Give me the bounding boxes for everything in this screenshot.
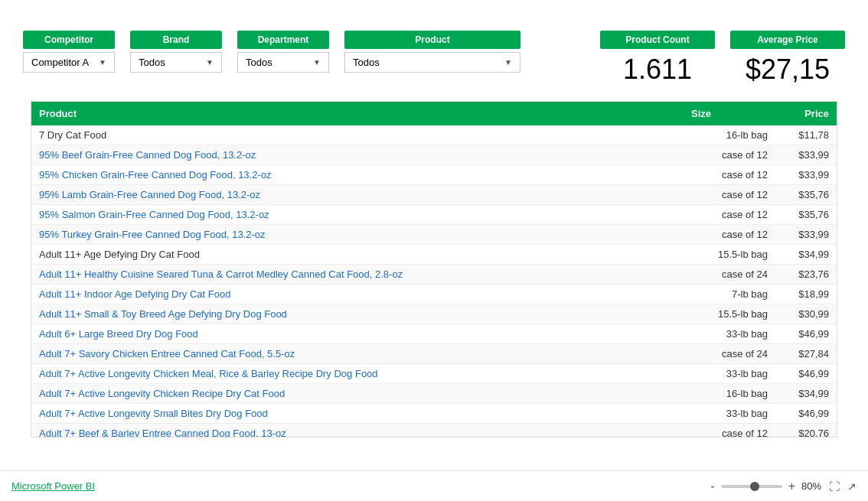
table-cell-product: Adult 7+ Active Longevity Small Bites Dr… <box>31 404 684 424</box>
filter-competitor: Competitor Competitor A ▼ <box>23 31 115 73</box>
table-row: 95% Beef Grain-Free Canned Dog Food, 13.… <box>31 145 837 165</box>
department-label: Department <box>237 31 329 49</box>
table-row: 95% Chicken Grain-Free Canned Dog Food, … <box>31 165 837 185</box>
table-row: Adult 11+ Age Defying Dry Cat Food15.5-l… <box>31 245 837 265</box>
brand-value: Todos <box>139 57 165 68</box>
table-cell-price: $11,78 <box>775 125 837 145</box>
table-cell-product: 7 Dry Cat Food <box>31 125 684 145</box>
table-cell-size: 16-lb bag <box>684 384 775 404</box>
table-cell-price: $20,76 <box>775 424 837 438</box>
table-row: Adult 11+ Indoor Age Defying Dry Cat Foo… <box>31 285 837 304</box>
table-header-row: Product Size Price <box>31 102 837 125</box>
col-header-product: Product <box>31 102 684 125</box>
table-cell-size: case of 12 <box>684 145 775 165</box>
table-cell-price: $27,84 <box>775 344 837 364</box>
table-cell-size: 33-lb bag <box>684 324 775 344</box>
metrics-section: Product Count 1.611 Average Price $27,15 <box>600 31 845 86</box>
table-cell-product: 95% Salmon Grain-Free Canned Dog Food, 1… <box>31 205 684 225</box>
product-select[interactable]: Todos ▼ <box>344 52 520 73</box>
main-content: Competitor Competitor A ▼ Brand Todos ▼ … <box>0 0 868 453</box>
filters-section: Competitor Competitor A ▼ Brand Todos ▼ … <box>23 31 520 73</box>
table-row: 95% Salmon Grain-Free Canned Dog Food, 1… <box>31 205 837 225</box>
fullscreen-icon[interactable]: ⛶ <box>829 480 840 493</box>
table-cell-product: Adult 11+ Small & Toy Breed Age Defying … <box>31 304 684 324</box>
table-row: 95% Lamb Grain-Free Canned Dog Food, 13.… <box>31 185 837 205</box>
powerbi-link[interactable]: Microsoft Power BI <box>11 480 95 492</box>
table-cell-price: $33,99 <box>775 165 837 185</box>
table-cell-price: $46,99 <box>775 364 837 384</box>
zoom-minus-button[interactable]: - <box>708 480 716 493</box>
expand-icon[interactable]: ↗ <box>847 480 857 493</box>
competitor-chevron-icon: ▼ <box>99 58 106 67</box>
competitor-select[interactable]: Competitor A ▼ <box>23 52 115 73</box>
table-row: Adult 7+ Active Longevity Small Bites Dr… <box>31 404 837 424</box>
table-cell-size: 15.5-lb bag <box>684 304 775 324</box>
table-cell-size: case of 24 <box>684 265 775 285</box>
zoom-slider-thumb <box>750 482 759 491</box>
brand-chevron-icon: ▼ <box>206 58 214 67</box>
table-row: Adult 6+ Large Breed Dry Dog Food33-lb b… <box>31 324 837 344</box>
table-cell-price: $23,76 <box>775 265 837 285</box>
table-cell-size: case of 12 <box>684 424 775 438</box>
table-row: Adult 7+ Savory Chicken Entree Canned Ca… <box>31 344 837 364</box>
table-body: 7 Dry Cat Food16-lb bag$11,7895% Beef Gr… <box>31 125 837 438</box>
bottom-right: - + 80% ⛶ ↗ <box>708 480 857 493</box>
average-price-label: Average Price <box>730 31 845 49</box>
table-cell-price: $34,99 <box>775 245 837 265</box>
table-row: Adult 7+ Active Longevity Chicken Recipe… <box>31 384 837 404</box>
table-row: 7 Dry Cat Food16-lb bag$11,78 <box>31 125 837 145</box>
table-cell-price: $35,76 <box>775 185 837 205</box>
zoom-control: - + 80% <box>708 480 821 493</box>
table-row: Adult 11+ Small & Toy Breed Age Defying … <box>31 304 837 324</box>
table-cell-size: 7-lb bag <box>684 285 775 304</box>
table-cell-product: Adult 7+ Active Longevity Chicken Meal, … <box>31 364 684 384</box>
competitor-label: Competitor <box>23 31 115 49</box>
table-cell-size: case of 12 <box>684 205 775 225</box>
table-cell-size: 15.5-lb bag <box>684 245 775 265</box>
table-cell-size: 33-lb bag <box>684 404 775 424</box>
zoom-slider[interactable] <box>721 485 782 488</box>
product-value: Todos <box>353 57 380 68</box>
table-cell-product: Adult 11+ Healthy Cuisine Seared Tuna & … <box>31 265 684 285</box>
col-header-price: Price <box>775 102 837 125</box>
product-count-value: 1.611 <box>623 54 692 86</box>
product-table: Product Size Price 7 Dry Cat Food16-lb b… <box>31 102 837 438</box>
table-cell-product: Adult 11+ Indoor Age Defying Dry Cat Foo… <box>31 285 684 304</box>
table-row: 95% Turkey Grain-Free Canned Dog Food, 1… <box>31 225 837 245</box>
brand-select[interactable]: Todos ▼ <box>130 52 222 73</box>
product-table-container[interactable]: Product Size Price 7 Dry Cat Food16-lb b… <box>31 101 837 438</box>
table-cell-price: $35,76 <box>775 205 837 225</box>
table-cell-product: 95% Turkey Grain-Free Canned Dog Food, 1… <box>31 225 684 245</box>
table-cell-product: Adult 7+ Beef & Barley Entree Canned Dog… <box>31 424 684 438</box>
bottom-bar: Microsoft Power BI - + 80% ⛶ ↗ <box>0 470 868 501</box>
table-row: Adult 7+ Active Longevity Chicken Meal, … <box>31 364 837 384</box>
table-cell-price: $34,99 <box>775 384 837 404</box>
table-row: Adult 11+ Healthy Cuisine Seared Tuna & … <box>31 265 837 285</box>
kpi-average-price: Average Price $27,15 <box>730 31 845 86</box>
table-cell-price: $30,99 <box>775 304 837 324</box>
filter-product: Product Todos ▼ <box>344 31 520 73</box>
competitor-value: Competitor A <box>31 57 89 68</box>
table-cell-price: $33,99 <box>775 225 837 245</box>
department-value: Todos <box>246 57 272 68</box>
filter-department: Department Todos ▼ <box>237 31 329 73</box>
table-cell-size: case of 12 <box>684 225 775 245</box>
average-price-value: $27,15 <box>746 54 830 86</box>
table-cell-price: $46,99 <box>775 324 837 344</box>
product-chevron-icon: ▼ <box>504 58 512 67</box>
table-cell-price: $18,99 <box>775 285 837 304</box>
table-cell-price: $33,99 <box>775 145 837 165</box>
table-cell-product: Adult 7+ Savory Chicken Entree Canned Ca… <box>31 344 684 364</box>
table-cell-product: 95% Chicken Grain-Free Canned Dog Food, … <box>31 165 684 185</box>
table-cell-size: case of 12 <box>684 165 775 185</box>
table-cell-product: Adult 7+ Active Longevity Chicken Recipe… <box>31 384 684 404</box>
filter-brand: Brand Todos ▼ <box>130 31 222 73</box>
zoom-plus-button[interactable]: + <box>786 480 798 493</box>
col-header-size: Size <box>684 102 775 125</box>
product-label: Product <box>344 31 520 49</box>
table-cell-product: Adult 11+ Age Defying Dry Cat Food <box>31 245 684 265</box>
table-row: Adult 7+ Beef & Barley Entree Canned Dog… <box>31 424 837 438</box>
table-cell-product: Adult 6+ Large Breed Dry Dog Food <box>31 324 684 344</box>
department-select[interactable]: Todos ▼ <box>237 52 329 73</box>
zoom-percent: 80% <box>801 480 821 492</box>
